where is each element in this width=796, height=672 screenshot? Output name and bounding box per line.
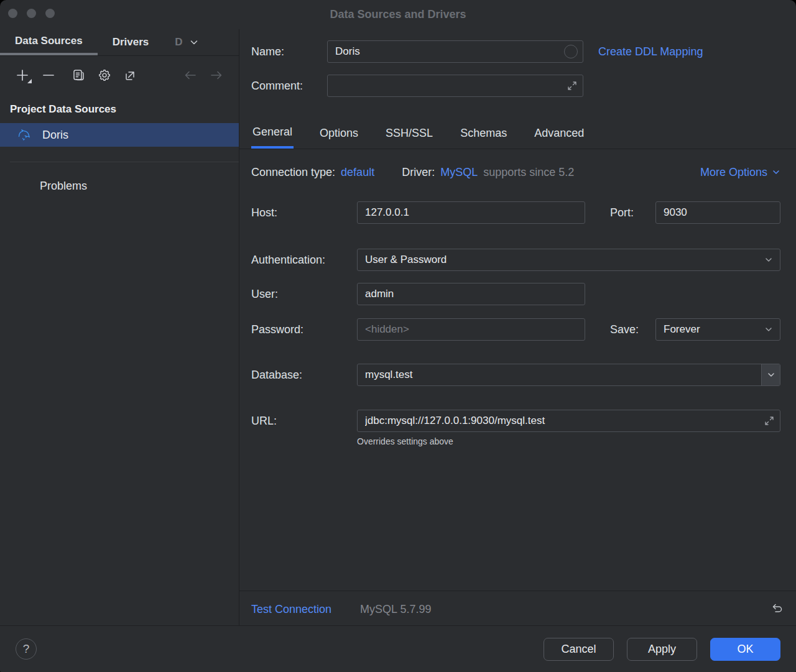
back-button[interactable] [182, 67, 199, 84]
url-label: URL: [251, 415, 357, 428]
tab-schemas[interactable]: Schemas [459, 118, 508, 149]
tab-advanced[interactable]: Advanced [533, 118, 585, 149]
authentication-select[interactable]: User & Password [357, 249, 780, 271]
gear-icon [98, 68, 111, 82]
chevron-down-icon [189, 37, 199, 47]
create-ddl-mapping-link[interactable]: Create DDL Mapping [598, 45, 703, 58]
test-connection-link[interactable]: Test Connection [251, 603, 331, 616]
settings-button[interactable] [96, 67, 113, 84]
ok-button[interactable]: OK [710, 638, 780, 661]
comment-label: Comment: [251, 80, 327, 93]
nav-arrows [173, 67, 225, 84]
refresh-circle-icon [564, 45, 578, 58]
url-field [357, 410, 780, 432]
password-input[interactable] [358, 319, 585, 340]
save-label: Save: [610, 323, 655, 336]
driver-value[interactable]: MySQL [440, 166, 478, 179]
name-label: Name: [251, 45, 327, 58]
driver-note: supports since 5.2 [483, 166, 574, 179]
password-field [357, 318, 585, 341]
undo-icon [770, 602, 784, 616]
sidebar-tabs: Data Sources Drivers D [0, 29, 239, 56]
host-label: Host: [251, 206, 357, 219]
comment-input[interactable] [328, 75, 583, 96]
tab-data-sources[interactable]: Data Sources [0, 29, 98, 55]
add-button[interactable] [14, 67, 31, 84]
dialog-footer: ? Cancel Apply OK [0, 626, 796, 672]
user-input[interactable] [358, 283, 585, 305]
tab-ssh-ssl[interactable]: SSH/SSL [384, 118, 434, 149]
apply-button[interactable]: Apply [627, 638, 697, 661]
help-button[interactable]: ? [16, 638, 37, 660]
user-field [357, 283, 585, 305]
tab-drivers[interactable]: Drivers [98, 29, 164, 55]
database-dropdown-button[interactable] [761, 364, 780, 385]
save-select[interactable]: Forever [655, 318, 780, 341]
sidebar-toolbar [0, 56, 239, 94]
host-field [357, 201, 585, 224]
forward-button[interactable] [208, 67, 225, 84]
footer-separator [239, 591, 796, 591]
more-options-link[interactable]: More Options [700, 166, 780, 179]
driver-label: Driver: [402, 166, 435, 179]
external-link-icon [124, 68, 137, 82]
chevron-down-icon [764, 324, 774, 334]
duplicate-button[interactable] [70, 67, 87, 84]
question-icon: ? [23, 642, 30, 656]
data-sources-dialog: Data Sources and Drivers Data Sources Dr… [0, 0, 796, 672]
data-source-label: Doris [42, 129, 68, 142]
tab-overflow[interactable]: D [164, 29, 205, 55]
database-label: Database: [251, 369, 357, 382]
chevron-down-icon [772, 168, 780, 177]
main-panel: Name: Create DDL Mapping Comment: Genera… [239, 29, 796, 626]
sidebar: Data Sources Drivers D [0, 29, 239, 626]
connection-type-value[interactable]: default [341, 166, 374, 179]
host-input[interactable] [358, 202, 585, 223]
arrow-right-icon [210, 68, 223, 82]
expand-icon[interactable] [764, 415, 775, 426]
data-source-row-doris[interactable]: Doris [0, 123, 239, 147]
port-field [655, 201, 780, 224]
authentication-label: Authentication: [251, 254, 357, 267]
user-label: User: [251, 288, 357, 301]
revert-button[interactable] [770, 602, 784, 616]
port-input[interactable] [656, 202, 780, 223]
remove-button[interactable] [40, 67, 57, 84]
tab-options[interactable]: Options [318, 118, 359, 149]
name-field [327, 40, 583, 63]
database-combobox[interactable] [357, 364, 780, 386]
window-title: Data Sources and Drivers [0, 0, 796, 29]
settings-tabs: General Options SSH/SSL Schemas Advanced [239, 118, 796, 149]
chevron-down-icon [764, 255, 774, 265]
mysql-dolphin-icon [17, 128, 32, 142]
tab-general[interactable]: General [251, 118, 294, 149]
database-input[interactable] [358, 364, 780, 385]
project-data-sources-header: Project Data Sources [0, 94, 239, 123]
problems-item[interactable]: Problems [0, 162, 239, 193]
copy-icon [72, 68, 85, 82]
comment-field [327, 75, 583, 97]
url-input[interactable] [358, 410, 780, 431]
port-label: Port: [610, 206, 655, 219]
expand-icon[interactable] [567, 80, 578, 91]
titlebar: Data Sources and Drivers [0, 0, 796, 29]
cancel-button[interactable]: Cancel [544, 638, 614, 661]
password-label: Password: [251, 323, 357, 336]
name-input[interactable] [328, 41, 583, 62]
plus-icon [16, 68, 29, 82]
server-version: MySQL 5.7.99 [360, 603, 431, 616]
open-in-editor-button[interactable] [122, 67, 139, 84]
connection-type-label: Connection type: [251, 166, 335, 179]
url-note: Overrides settings above [357, 436, 453, 446]
arrow-left-icon [183, 68, 197, 82]
minus-icon [42, 68, 55, 82]
